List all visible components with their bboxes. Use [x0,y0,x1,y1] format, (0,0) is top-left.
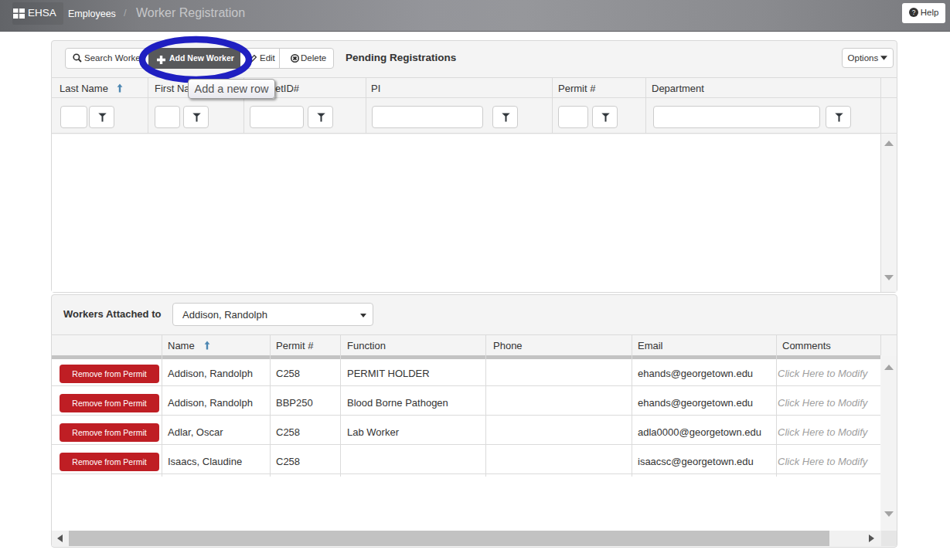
svg-text:?: ? [911,9,915,16]
